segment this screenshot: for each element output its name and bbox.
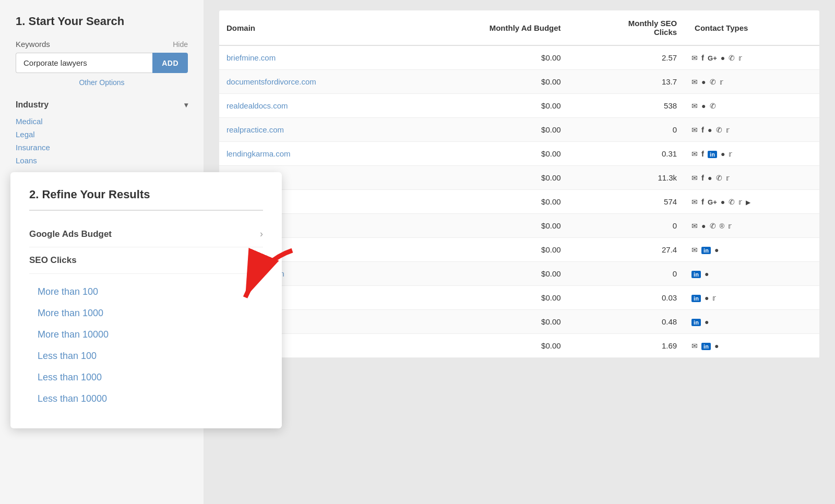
contact-icon[interactable]: ●: [708, 174, 712, 182]
contact-icon[interactable]: ●: [701, 222, 706, 230]
contact-icon[interactable]: f: [701, 197, 704, 206]
contact-icon[interactable]: ✆: [729, 54, 735, 62]
hide-link[interactable]: Hide: [173, 40, 188, 49]
seo-option-more-100[interactable]: More than 100: [29, 281, 263, 303]
contact-icon[interactable]: ✉: [691, 150, 698, 158]
contact-icon[interactable]: ●: [714, 342, 719, 350]
domain-link[interactable]: realdealdocs.com: [226, 101, 288, 110]
contact-icon[interactable]: ✉: [691, 102, 698, 110]
contact-icon[interactable]: 𝕣: [729, 150, 732, 158]
table-row: ...$0.000.03in●𝕣: [219, 286, 819, 310]
add-button[interactable]: ADD: [152, 53, 188, 73]
contact-icon[interactable]: in: [691, 318, 701, 326]
contact-icon[interactable]: ●: [701, 102, 706, 110]
contact-icon[interactable]: G+: [708, 54, 717, 62]
industry-item-legal[interactable]: Legal: [16, 130, 188, 139]
industry-item-insurance[interactable]: Insurance: [16, 143, 188, 152]
contact-icon[interactable]: f: [701, 173, 704, 182]
app-layout: 1. Start Your Search Keywords Hide ADD O…: [0, 0, 835, 504]
table-row: realpractice.com$0.000✉f●✆𝕣: [219, 118, 819, 142]
contact-icon[interactable]: ✉: [691, 246, 698, 254]
seo-option-less-1000[interactable]: Less than 1000: [29, 367, 263, 388]
contact-icon[interactable]: ✉: [691, 198, 698, 206]
contact-icon[interactable]: G+: [708, 198, 717, 206]
domain-link[interactable]: briefmine.com: [226, 53, 276, 62]
contact-icon[interactable]: ®: [720, 222, 725, 230]
contact-icon[interactable]: ✉: [691, 126, 698, 134]
contact-icon[interactable]: f: [701, 125, 704, 134]
contact-icon[interactable]: in: [701, 342, 711, 350]
seo-clicks-cell: 27.4: [568, 238, 684, 262]
contact-icon[interactable]: ●: [705, 294, 709, 302]
seo-option-more-10000[interactable]: More than 10000: [29, 324, 263, 345]
domain-link[interactable]: realpractice.com: [226, 125, 284, 134]
seo-option-less-100[interactable]: Less than 100: [29, 345, 263, 367]
contact-icon[interactable]: ●: [721, 54, 725, 62]
budget-cell: $0.00: [410, 310, 568, 334]
industry-header[interactable]: Industry ▾: [16, 100, 188, 110]
contact-icon[interactable]: in: [701, 246, 711, 254]
contact-icons-cell: ✉●✆: [684, 94, 819, 118]
contact-icons-cell: ✉fin●𝕣: [684, 142, 819, 166]
budget-cell: $0.00: [410, 262, 568, 286]
seo-clicks-row[interactable]: SEO Clicks ⌄: [29, 247, 263, 274]
contact-icon[interactable]: ✉: [691, 78, 698, 86]
seo-clicks-cell: 0.31: [568, 142, 684, 166]
table-row: realdealdocs.com$0.00538✉●✆: [219, 94, 819, 118]
contact-icon[interactable]: ✆: [710, 102, 716, 110]
seo-clicks-cell: 0.03: [568, 286, 684, 310]
contact-icon[interactable]: ●: [714, 246, 719, 254]
contact-icon[interactable]: ✉: [691, 342, 698, 350]
contact-icon[interactable]: ✆: [716, 126, 722, 134]
seo-clicks-cell: 0: [568, 118, 684, 142]
seo-option-less-10000[interactable]: Less than 10000: [29, 388, 263, 410]
contact-icon[interactable]: ●: [705, 318, 709, 326]
contact-icon[interactable]: ✉: [691, 174, 698, 182]
contact-icon[interactable]: ●: [721, 198, 725, 206]
table-row: ...ulting.com$0.0027.4✉in●: [219, 238, 819, 262]
industry-item-loans[interactable]: Loans: [16, 156, 188, 165]
contact-icon[interactable]: ✆: [729, 198, 735, 206]
contact-icon[interactable]: 𝕣: [726, 126, 730, 134]
right-panel: Domain Monthly Ad Budget Monthly SEOClic…: [204, 0, 835, 504]
budget-cell: $0.00: [410, 238, 568, 262]
keywords-label: Keywords: [16, 40, 50, 49]
contact-icon[interactable]: 𝕣: [728, 222, 732, 230]
contact-icon[interactable]: 𝕣: [726, 174, 730, 182]
contact-icon[interactable]: in: [708, 150, 717, 158]
seo-options-list: More than 100 More than 1000 More than 1…: [29, 274, 263, 410]
contact-icon[interactable]: 𝕣: [738, 54, 742, 62]
contact-icon[interactable]: 𝕣: [712, 294, 716, 302]
other-options-link[interactable]: Other Options: [16, 78, 188, 87]
industry-item-medical[interactable]: Medical: [16, 117, 188, 126]
budget-cell: $0.00: [410, 94, 568, 118]
budget-cell: $0.00: [410, 142, 568, 166]
contact-icon[interactable]: ✆: [716, 174, 722, 182]
contact-icon[interactable]: ▶: [746, 198, 750, 206]
contact-icon[interactable]: in: [691, 270, 701, 278]
domain-link[interactable]: documentsfordivorce.com: [226, 77, 316, 86]
seo-clicks-label: SEO Clicks: [29, 255, 77, 266]
contact-icon[interactable]: f: [701, 149, 704, 158]
contact-icon[interactable]: ●: [701, 78, 706, 86]
contact-icon[interactable]: ✆: [710, 78, 716, 86]
table-row: ...ed.com$0.001.69✉in●: [219, 334, 819, 358]
seo-clicks-cell: 538: [568, 94, 684, 118]
contact-icon[interactable]: 𝕣: [738, 198, 742, 206]
contact-icon[interactable]: ●: [705, 270, 709, 278]
domain-link[interactable]: lendingkarma.com: [226, 149, 291, 158]
contact-icon[interactable]: ✉: [691, 54, 698, 62]
contact-icon[interactable]: ✆: [710, 222, 716, 230]
seo-clicks-cell: 2.57: [568, 45, 684, 70]
contact-icon[interactable]: ●: [721, 150, 725, 158]
contact-icon[interactable]: ✉: [691, 222, 698, 230]
contact-icon[interactable]: 𝕣: [720, 78, 723, 86]
google-ads-budget-row[interactable]: Google Ads Budget ›: [29, 221, 263, 247]
keyword-input[interactable]: [16, 53, 152, 73]
col-contacts: Contact Types: [684, 10, 819, 45]
contact-icon[interactable]: f: [701, 53, 704, 62]
contact-icon[interactable]: ●: [708, 126, 712, 134]
contact-icon[interactable]: in: [691, 294, 701, 302]
table-row: ...ofamerica.com$0.000in●: [219, 262, 819, 286]
seo-option-more-1000[interactable]: More than 1000: [29, 303, 263, 324]
